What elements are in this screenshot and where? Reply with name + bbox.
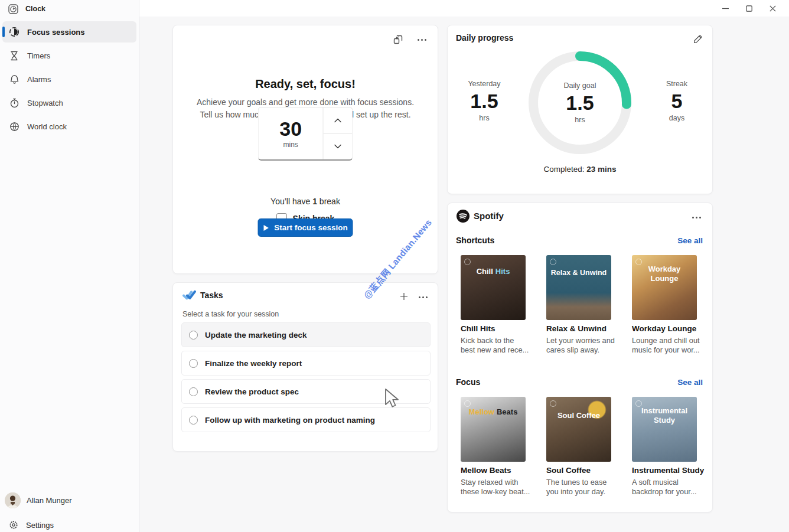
playlist-tile-workday-lounge[interactable]: Workday Lounge [632, 255, 697, 320]
spotify-mini-logo-icon [464, 400, 471, 407]
daily-goal-stat: Daily goal 1.5 hrs [524, 47, 636, 159]
tile-cover-text: Workday Lounge [632, 265, 697, 283]
pencil-icon [693, 35, 702, 44]
desc-line: music for your wor... [632, 345, 716, 355]
minimize-button[interactable] [713, 0, 737, 17]
daily-progress-card: Daily progress Daily goal 1.5 hrs Yester… [447, 25, 713, 194]
playlist-tile-chill-hits[interactable]: ChillHits [461, 255, 526, 320]
sidebar-item-label: Timers [27, 51, 50, 60]
user-profile[interactable]: Allan Munger [0, 491, 72, 509]
spotify-mini-logo-icon [464, 259, 471, 265]
close-button[interactable] [761, 0, 784, 17]
playlist-tile-instrumental-study[interactable]: Instrumental Study [632, 397, 697, 462]
app-header: Clock [0, 1, 45, 17]
desc-line: cares slip away. [546, 345, 630, 355]
task-radio[interactable] [189, 416, 198, 425]
playlist-description: Kick back to the best new and rece... [461, 336, 545, 355]
tile-cover-text: MellowBeats [461, 407, 526, 417]
cover-segment: Relax & Unwind [551, 269, 607, 277]
focus-see-all-link[interactable]: See all [677, 378, 703, 387]
streak-value: 5 [671, 89, 683, 113]
focus-section-label: Focus [456, 377, 480, 387]
decrease-duration-button[interactable] [324, 133, 353, 160]
play-icon [263, 224, 269, 231]
edit-goal-button[interactable] [691, 32, 704, 45]
chevron-up-icon [334, 118, 342, 123]
daily-goal-unit: hrs [575, 116, 585, 124]
playlist-title: Instrumental Study [632, 466, 715, 475]
streak-stat: Streak 5 days [641, 80, 712, 122]
tile-cover-text: Relax & Unwind [546, 268, 611, 278]
cover-segment: Hits [495, 267, 510, 276]
playlist-tile-soul-coffee[interactable]: Soul Coffee [546, 397, 611, 462]
duration-display[interactable]: 30 mins [259, 107, 323, 159]
popout-mini-view-button[interactable] [392, 33, 405, 46]
tasks-card-subtitle: Select a task for your session [182, 310, 279, 318]
sidebar-item-focus-sessions[interactable]: Focus sessions [2, 21, 136, 43]
yesterday-label: Yesterday [468, 80, 500, 88]
shortcuts-see-all-link[interactable]: See all [677, 236, 703, 245]
ellipsis-icon [418, 39, 426, 41]
duration-spinner: 30 mins [258, 107, 353, 161]
task-row[interactable]: Update the marketing deck [181, 322, 431, 347]
spotify-more-options-button[interactable] [690, 211, 703, 224]
sidebar-item-settings[interactable]: Settings [0, 516, 54, 532]
playlist-tile-mellow-beats[interactable]: MellowBeats [461, 397, 526, 462]
task-label: Follow up with marketing on product nami… [205, 416, 375, 425]
task-radio[interactable] [189, 359, 198, 368]
desc-line: Let your worries and [546, 336, 630, 345]
more-options-button[interactable] [415, 33, 428, 46]
playlist-title: Workday Lounge [632, 324, 715, 333]
tasks-card: Tasks Select a task for your session Upd… [172, 282, 438, 452]
task-row[interactable]: Finalize the weekly report [181, 351, 431, 376]
tasks-card-title: Tasks [200, 291, 223, 300]
playlist-description: The tunes to ease you into your day. [546, 478, 630, 497]
desc-line: Lounge and chill out [632, 336, 716, 345]
task-radio[interactable] [189, 331, 198, 340]
cover-segment: Soul Coffee [557, 411, 600, 420]
task-row[interactable]: Follow up with marketing on product nami… [181, 407, 431, 432]
playlist-tile-relax-unwind[interactable]: Relax & Unwind [546, 255, 611, 320]
sidebar-item-alarms[interactable]: Alarms [2, 68, 136, 90]
sidebar-item-label: World clock [27, 122, 67, 131]
increase-duration-button[interactable] [324, 107, 353, 133]
desc-line: backdrop for your... [632, 487, 716, 497]
settings-label: Settings [26, 521, 54, 530]
tile-cover-text: ChillHits [461, 267, 526, 276]
sidebar-item-timers[interactable]: Timers [2, 45, 136, 66]
cover-segment: Mellow [469, 407, 494, 416]
sidebar-item-label: Focus sessions [27, 28, 85, 37]
yesterday-value: 1.5 [470, 89, 498, 113]
break-info-text: You’ll have 1 break [173, 197, 438, 206]
add-task-button[interactable] [397, 290, 410, 303]
cover-segment: Beats [497, 407, 517, 416]
playlist-description: Stay relaxed with these low-key beat... [461, 478, 545, 497]
playlist-description: A soft musical backdrop for your... [632, 478, 716, 497]
tasks-more-options-button[interactable] [416, 291, 429, 303]
focus-sessions-icon [8, 27, 20, 37]
sidebar-item-label: Stopwatch [27, 99, 63, 107]
sidebar-item-world-clock[interactable]: World clock [2, 116, 136, 137]
break-prefix: You’ll have [270, 197, 312, 206]
maximize-button[interactable] [737, 0, 761, 17]
yesterday-stat: Yesterday 1.5 hrs [449, 80, 520, 122]
start-button-label: Start focus session [274, 223, 348, 232]
streak-label: Streak [666, 80, 687, 88]
task-label: Update the marketing deck [205, 331, 307, 340]
daily-goal-label: Daily goal [564, 81, 596, 90]
clock-app-icon [8, 4, 18, 14]
cover-line: Workday [632, 265, 697, 274]
daily-progress-title: Daily progress [456, 33, 513, 43]
window-controls [713, 0, 784, 17]
start-focus-session-button[interactable]: Start focus session [258, 218, 353, 237]
desc-line: best new and rece... [461, 345, 545, 355]
sidebar-item-stopwatch[interactable]: Stopwatch [2, 92, 136, 113]
focus-card-title: Ready, set, focus! [173, 77, 438, 91]
chevron-down-icon [334, 144, 342, 149]
desc-line: A soft musical [632, 478, 716, 487]
task-radio[interactable] [189, 387, 198, 396]
duration-value: 30 [279, 118, 302, 139]
alarms-icon [8, 74, 20, 84]
playlist-title: Chill Hits [461, 324, 543, 333]
completed-label: Completed: [543, 165, 586, 174]
